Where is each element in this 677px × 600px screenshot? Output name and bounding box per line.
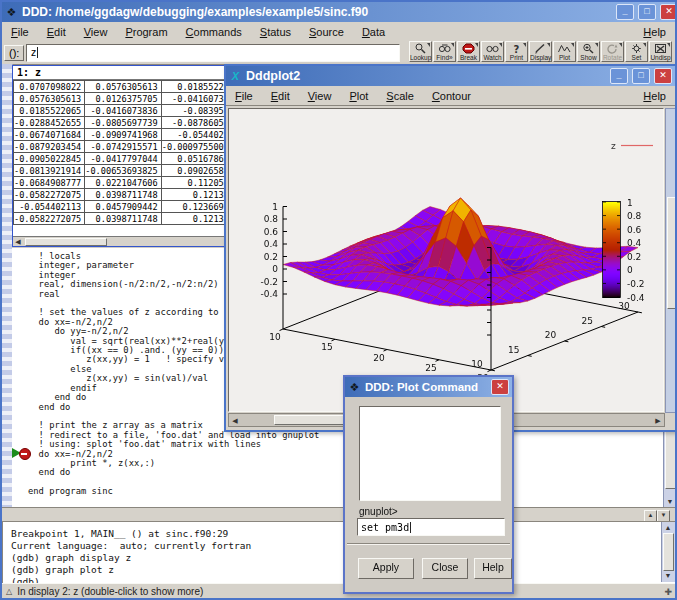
source-vscrollbar-thumb[interactable] xyxy=(665,427,676,489)
status-indicator-icon[interactable]: △ xyxy=(6,587,12,596)
main-menubar: FileEditViewProgramCommandsStatusSourceD… xyxy=(2,22,675,42)
scroll-left-icon[interactable]: ◀ xyxy=(13,237,23,246)
data-hscrollbar-thumb[interactable] xyxy=(25,238,107,246)
menu-view[interactable]: View xyxy=(299,88,341,104)
menu-help[interactable]: Help xyxy=(634,88,675,104)
close-icon[interactable]: ✕ xyxy=(491,379,509,395)
close-icon[interactable]: ✕ xyxy=(660,4,677,20)
status-bar: △ In display 2: z (double-click to show … xyxy=(2,583,675,599)
gnuplot-command-input[interactable]: set pm3d xyxy=(357,518,505,536)
data-hscrollbar[interactable]: ◀ xyxy=(13,236,240,246)
menu-program[interactable]: Program xyxy=(116,24,176,40)
table-row[interactable]: -0.0288452655-0.0805697739-0.0878605843 xyxy=(14,117,243,129)
dropdown-arrow-icon xyxy=(499,43,502,47)
watch-button[interactable]: Watch xyxy=(481,41,504,62)
screen: { "main_window": { "title": "DDD: /home/… xyxy=(0,0,677,600)
array-value-cell: 0.0398711748 xyxy=(85,213,161,225)
array-value-cell: -0.0742915571 xyxy=(85,141,161,153)
array-value-cell: -0.0417797044 xyxy=(85,153,161,165)
menu-commands[interactable]: Commands xyxy=(177,24,251,40)
menu-edit[interactable]: Edit xyxy=(38,24,75,40)
plot-vscrollbar[interactable] xyxy=(665,108,677,413)
pane-sash[interactable]: ▲ ▼ xyxy=(2,507,675,522)
array-value-cell: -0.054402113 xyxy=(14,201,85,213)
console-vscrollbar[interactable]: ▲ ▼ xyxy=(661,522,675,582)
break-button[interactable]: Break xyxy=(457,41,480,62)
table-row[interactable]: -0.0813921914-0.006536938250.0902658924 xyxy=(14,165,243,177)
toolbar-button-label: Watch xyxy=(483,54,501,61)
lookup-button[interactable]: Lookup xyxy=(409,41,432,62)
toolbar-button-label: Plot xyxy=(559,54,570,61)
x11-icon: X xyxy=(229,70,242,83)
find-button[interactable]: Find» xyxy=(433,41,456,62)
minimize-icon[interactable]: _ xyxy=(616,4,634,20)
toolbar-button-label: Display xyxy=(530,54,551,61)
dialog-separator xyxy=(347,543,510,545)
plot-button[interactable]: Plot xyxy=(553,41,576,62)
argument-input[interactable]: z xyxy=(26,44,400,62)
array-value-cell: 0.0457909442 xyxy=(85,201,161,213)
table-row[interactable]: -0.05822720750.03987117480.1213542 xyxy=(14,213,243,225)
table-row[interactable]: 0.07070980220.05763056130.0185522065 xyxy=(14,81,243,93)
gdb-console[interactable]: Breakpoint 1, MAIN__ () at sinc.f90:29 C… xyxy=(2,521,677,585)
menu-file[interactable]: File xyxy=(226,88,262,104)
array-value-cell: 0.0126375705 xyxy=(85,93,161,105)
text-caret xyxy=(410,522,411,533)
menu-source[interactable]: Source xyxy=(300,24,353,40)
toolbar-button-label: Rotate xyxy=(603,54,622,61)
menu-help[interactable]: Help xyxy=(634,24,675,40)
array-value-cell: 0.0576305613 xyxy=(14,93,85,105)
maximize-icon[interactable]: □ xyxy=(632,68,650,84)
resize-grip[interactable]: ✚ xyxy=(664,587,672,597)
undisp-button[interactable]: Undisp xyxy=(649,41,672,62)
data-display-pane[interactable]: 1: z 0.07070980220.05763056130.018552206… xyxy=(12,65,243,247)
console-vscrollbar-thumb[interactable] xyxy=(663,533,674,571)
minimize-icon[interactable]: _ xyxy=(610,68,628,84)
dropdown-arrow-icon xyxy=(427,43,430,47)
argument-button[interactable]: (): xyxy=(4,45,24,61)
table-row[interactable]: 0.0185522065-0.0416073836-0.08395309 xyxy=(14,105,243,117)
table-row[interactable]: 0.05763056130.0126375705-0.0416073836 xyxy=(14,93,243,105)
scroll-right-icon[interactable]: ▶ xyxy=(653,416,663,425)
main-titlebar[interactable]: ❖ DDD: /home/ggdagw/debugging/examples/e… xyxy=(2,2,677,22)
help-button[interactable]: Help xyxy=(474,558,512,579)
close-icon[interactable]: ✕ xyxy=(654,68,672,84)
print-button[interactable]: ?Print xyxy=(505,41,528,62)
toolbar-button-label: Set xyxy=(632,54,642,61)
table-row[interactable]: -0.0544021130.04579094420.123669781 xyxy=(14,201,243,213)
menu-status[interactable]: Status xyxy=(251,24,300,40)
dropdown-arrow-icon xyxy=(667,43,670,47)
show-button[interactable]: Show xyxy=(577,41,600,62)
menu-data[interactable]: Data xyxy=(353,24,394,40)
plot-vscrollbar-thumb[interactable] xyxy=(667,197,677,309)
table-row[interactable]: -0.0879203454-0.0742915571-0.00097550026… xyxy=(14,141,243,153)
close-button[interactable]: Close xyxy=(422,558,468,579)
menu-plot[interactable]: Plot xyxy=(340,88,377,104)
scroll-down-icon[interactable]: ▼ xyxy=(663,571,673,580)
menu-scale[interactable]: Scale xyxy=(377,88,423,104)
table-row[interactable]: -0.05822720750.03987117480.1213542 xyxy=(14,189,243,201)
array-value-cell: 0.0576305613 xyxy=(85,81,161,93)
toolbar-button-label: Print xyxy=(510,54,523,61)
apply-button[interactable]: Apply xyxy=(358,558,414,579)
array-value-cell: -0.0905022845 xyxy=(14,153,85,165)
table-row[interactable]: -0.0674071684-0.0909741968-0.054402113 xyxy=(14,129,243,141)
plot-titlebar[interactable]: X Dddplot2 _ □ ✕ xyxy=(226,66,675,86)
scroll-down-icon[interactable]: ▼ xyxy=(665,497,675,506)
scroll-up-icon[interactable]: ▲ xyxy=(663,523,673,532)
table-row[interactable]: -0.06849087770.02210476060.11205864 xyxy=(14,177,243,189)
menu-view[interactable]: View xyxy=(75,24,117,40)
set-button[interactable]: Set xyxy=(625,41,648,62)
scroll-left-icon[interactable]: ◀ xyxy=(230,416,240,425)
command-history-list[interactable] xyxy=(359,406,501,501)
menu-contour[interactable]: Contour xyxy=(423,88,480,104)
dropdown-arrow-icon xyxy=(523,43,526,47)
menu-file[interactable]: File xyxy=(2,24,38,40)
display-button[interactable]: Display xyxy=(529,41,552,62)
menu-edit[interactable]: Edit xyxy=(262,88,299,104)
toolbar-button-label: Find» xyxy=(436,54,452,61)
table-row[interactable]: -0.0905022845-0.04177970440.0516786426 xyxy=(14,153,243,165)
toolbar-button-label: Show xyxy=(580,54,596,61)
dialog-titlebar[interactable]: ❖ DDD: Plot Command ✕ xyxy=(345,377,512,397)
maximize-icon[interactable]: □ xyxy=(638,4,656,20)
